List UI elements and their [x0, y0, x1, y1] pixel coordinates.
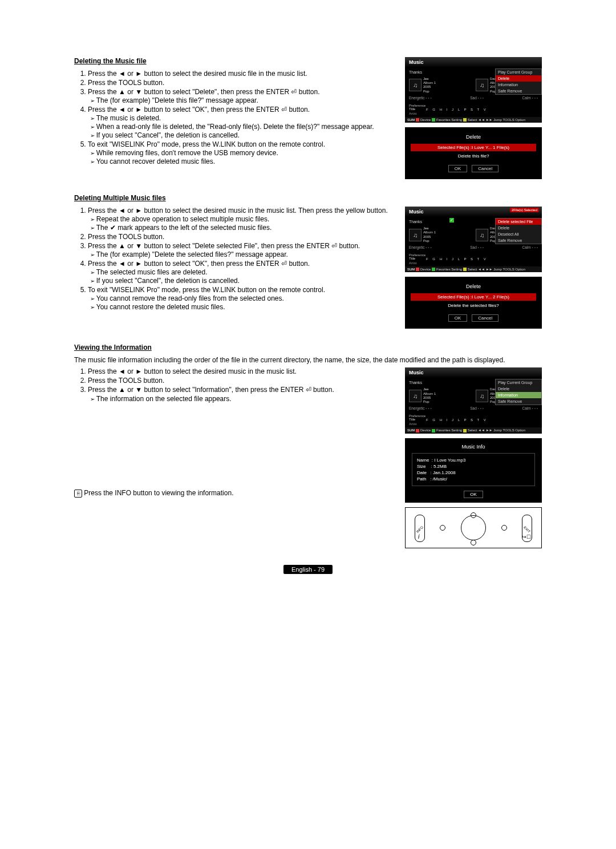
artist-axis: Artist — [409, 422, 538, 426]
preference-label: Preference — [409, 413, 538, 418]
yellow-dot-icon — [463, 118, 467, 122]
selection-badge: 2File(s) Selected — [510, 208, 539, 212]
yellow-dot-icon — [463, 268, 467, 271]
step: Press the ▲ or ▼ button to select "Infor… — [88, 386, 397, 394]
steps-view-info: Press the ◄ or ► button to select the de… — [74, 367, 397, 394]
artist-axis: Artist — [409, 112, 538, 115]
small-button[interactable] — [471, 540, 476, 545]
menu-play-group[interactable]: Play Current Group — [496, 69, 541, 75]
substep: While removing files, don't remove the U… — [88, 149, 397, 157]
step: Press the ▲ or ▼ button to select "Delet… — [88, 242, 397, 258]
remote-page-icon: ⎘ — [74, 490, 82, 498]
step: Press the ◄ or ► button to select the de… — [88, 207, 397, 232]
yellow-dot-icon — [463, 429, 467, 432]
music-note-icon: ♫ — [476, 79, 488, 91]
track-tile[interactable]: ♫JeeAlbum 12005Pop — [409, 387, 471, 404]
panel-footer: SUM Device Favorites Setting Select ◄◄ ►… — [405, 427, 542, 433]
dpad-ring[interactable] — [461, 515, 486, 540]
music-browser-panel-multi: Music 2File(s) Selected ThanksI Love You… — [405, 207, 542, 272]
thumb-label: Thanks — [409, 220, 422, 224]
tools-menu[interactable]: Delete selected File Delete Deselect All… — [495, 218, 542, 244]
delete-multi-dialog: Delete Selected File(s) :I Love Y... 2 F… — [405, 277, 542, 329]
mood-label: Sad — [470, 245, 484, 249]
steps-delete-multi: Press the ◄ or ► button to select the de… — [74, 207, 397, 311]
thumb-label: Thanks — [409, 381, 422, 385]
menu-information[interactable]: Information — [496, 392, 541, 398]
alpha-bar[interactable]: F G H I J L P S T V — [426, 107, 488, 112]
cancel-button[interactable]: Cancel — [472, 165, 499, 172]
menu-deselect-all[interactable]: Deselect All — [496, 231, 541, 237]
step: Press the TOOLS button. — [88, 377, 397, 385]
delete-dialog: Delete Selected File(s) :I Love Y... 1 F… — [405, 127, 542, 179]
dialog-title: Delete — [411, 284, 536, 289]
heading-delete-multi: Deleting Multiple Music files — [74, 194, 542, 202]
mood-label: Calm — [522, 245, 538, 249]
tools-menu[interactable]: Play Current Group Delete Information Sa… — [495, 379, 542, 405]
green-dot-icon — [432, 268, 435, 271]
music-note-icon: ♫ — [476, 390, 488, 402]
mood-label: Calm — [522, 406, 538, 410]
page-footer: English - 79 — [283, 565, 333, 574]
step: Press the ▲ or ▼ button to select "Delet… — [88, 88, 397, 104]
checkmark-icon: ✓ — [449, 218, 454, 223]
preference-label: Preference — [409, 252, 538, 257]
mood-label: Energetic — [409, 245, 432, 249]
step: Press the ◄ or ► button to select "OK", … — [88, 106, 397, 139]
dialog-selected-files: Selected File(s) :I Love Y... 2 File(s) — [411, 293, 536, 301]
ok-button[interactable]: OK — [448, 165, 468, 172]
ok-button[interactable]: OK — [464, 491, 483, 498]
small-button[interactable] — [440, 525, 445, 531]
step: Press the TOOLS button. — [88, 79, 397, 87]
title-axis: Title — [409, 418, 423, 422]
step: Press the TOOLS button. — [88, 233, 397, 241]
heading-view-info: Viewing the Information — [74, 343, 542, 351]
heading-delete-one: Deleting the Music file — [74, 57, 397, 65]
menu-safe-remove[interactable]: Safe Remove — [496, 237, 541, 244]
track-tile[interactable]: ♫JeeAlbum 12005Pop — [409, 77, 471, 94]
info-name-value: : I Love You.mp3 — [432, 458, 466, 463]
alpha-bar[interactable]: F G H I J L P S T V — [426, 418, 488, 422]
green-dot-icon — [432, 118, 435, 122]
menu-safe-remove[interactable]: Safe Remove — [496, 88, 541, 94]
preference-label: Preference — [409, 103, 538, 107]
mood-label: Sad — [470, 406, 484, 410]
mood-label: Energetic — [409, 96, 432, 100]
music-note-icon: ♫ — [409, 390, 422, 402]
cancel-button[interactable]: Cancel — [472, 314, 499, 322]
red-dot-icon — [416, 268, 419, 271]
panel-title: Music — [405, 367, 542, 378]
menu-delete-selected[interactable]: Delete selected File — [496, 219, 541, 225]
ok-button[interactable]: OK — [448, 314, 468, 322]
track-tile[interactable]: ♫JeeAlbum 12005Pop — [409, 227, 471, 243]
music-note-icon: ♫ — [409, 79, 422, 91]
small-button[interactable] — [471, 512, 476, 518]
step: To exit "WISELINK Pro" mode, press the W… — [88, 286, 397, 311]
info-i-icon: i — [418, 533, 419, 540]
menu-delete[interactable]: Delete — [496, 225, 541, 231]
dialog-question: Delete this file? — [411, 151, 536, 161]
substep: The (for example) "Delete this file?" me… — [88, 96, 397, 104]
menu-safe-remove[interactable]: Safe Remove — [496, 398, 541, 405]
intro-text: The music file information including the… — [74, 356, 542, 364]
menu-delete[interactable]: Delete — [496, 75, 541, 82]
substep: Repeat the above operation to select mul… — [88, 215, 397, 223]
menu-delete[interactable]: Delete — [496, 386, 541, 392]
info-date-value: : Jan.1.2008 — [431, 470, 456, 475]
step: To exit "WISELINK Pro" mode, press the W… — [88, 140, 397, 165]
info-name-label: Name — [417, 458, 429, 463]
info-path-label: Path — [417, 476, 426, 482]
green-dot-icon — [432, 429, 435, 432]
artist-axis: Artist — [409, 261, 538, 265]
menu-play-group[interactable]: Play Current Group — [496, 379, 541, 386]
small-button[interactable] — [501, 525, 507, 531]
info-title: Music Info — [412, 444, 535, 450]
steps-delete-one: Press the ◄ or ► button to select the de… — [74, 70, 397, 165]
tools-menu[interactable]: Play Current Group Delete Information Sa… — [495, 68, 542, 95]
substep: If you select "Cancel", the deletion is … — [88, 131, 397, 139]
menu-information[interactable]: Information — [496, 82, 541, 88]
music-info-dialog: Music Info Name : I Love You.mp3 Size : … — [405, 438, 542, 503]
red-dot-icon — [416, 118, 419, 122]
thumb-label: Thanks — [409, 70, 422, 74]
substep: You cannot recover deleted music files. — [88, 157, 397, 165]
alpha-bar[interactable]: F G H I J L P S T V — [426, 257, 488, 261]
